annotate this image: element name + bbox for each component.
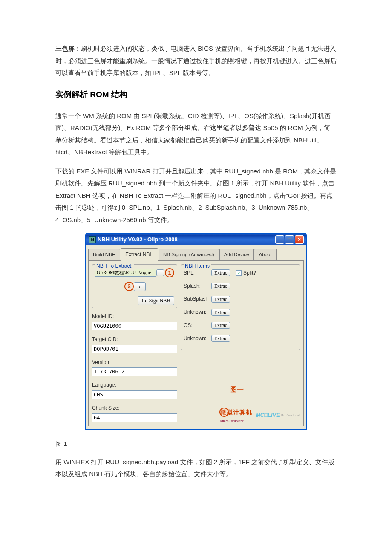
item-row-unknown2: Unknown: Extrac <box>184 334 297 344</box>
spl-extract-button[interactable]: Extrac <box>211 269 230 276</box>
paragraph-3: 用 WINHEX 打开 RUU_signed.nbh.payload 文件，如图… <box>55 456 337 480</box>
section-heading: 实例解析 ROM 结构 <box>55 87 337 102</box>
items-legend: NBH Items <box>184 261 211 271</box>
tabs: Build NBH Extract NBH NB Signing (Advanc… <box>88 248 304 260</box>
split-checkbox[interactable]: ✓ <box>236 270 242 276</box>
badge-1-icon: 1 <box>165 268 174 278</box>
chunk-size-input[interactable] <box>92 413 177 422</box>
tab-add-device[interactable]: Add Device <box>219 249 254 261</box>
unknown2-label: Unknown: <box>184 334 211 344</box>
item-row-unknown1: Unknown: Extrac <box>184 307 297 317</box>
splash-label: Splash: <box>184 281 211 291</box>
resign-button[interactable]: Re-Sign NBH <box>138 296 174 305</box>
intro-label: 三色屏： <box>55 45 81 52</box>
go-button[interactable]: o! <box>134 282 146 291</box>
paragraph-1: 通常一个 WM 系统的 ROM 由 SPL(装载系统、CID 检测等)、IPL、… <box>55 110 337 159</box>
close-button[interactable]: × <box>295 235 304 244</box>
figure-label-inline: 图一 <box>230 383 244 396</box>
figure-1-caption: 图 1 <box>55 438 337 450</box>
maximize-button[interactable]: □ <box>285 235 294 244</box>
nbh-items-group: NBH Items SPL: Extrac ✓ Split? Splash: E… <box>181 264 300 350</box>
os-extract-button[interactable]: Extrac <box>211 322 230 329</box>
model-id-label: Model ID: <box>92 312 177 321</box>
language-input[interactable] <box>92 390 177 399</box>
badge-3-icon: 3 <box>219 408 229 417</box>
splash-extract-button[interactable]: Extrac <box>211 283 230 289</box>
badge-2-icon: 2 <box>124 282 134 291</box>
intro-text: 刷机时必须进入的状态，类似于电脑进入 BIOS 设置界面。当手机系统出了问题且无… <box>55 45 337 76</box>
target-cid-label: Target CID: <box>92 335 177 344</box>
intro-paragraph: 三色屏：刷机时必须进入的状态，类似于电脑进入 BIOS 设置界面。当手机系统出了… <box>55 43 337 79</box>
item-row-splash: Splash: Extrac <box>184 281 297 291</box>
subsplash-label: SubSplash <box>184 294 211 304</box>
paragraph-2: 下载的 EXE 文件可以用 WINRAR 打开并且解压出来，其中 RUU_sig… <box>55 165 337 226</box>
window-buttons: _ □ × <box>275 235 304 244</box>
version-input[interactable] <box>92 367 177 376</box>
target-cid-input[interactable] <box>92 345 177 353</box>
tab-about[interactable]: About <box>254 249 276 261</box>
language-label: Language: <box>92 380 177 390</box>
watermark-live: MC□LIVE <box>256 410 280 421</box>
extract-legend: NBH To Extract: <box>95 261 134 271</box>
titlebar[interactable]: N NBH Utility V0.92 - Olipro 2008 _ □ × <box>86 234 306 245</box>
model-id-input[interactable] <box>92 322 177 330</box>
right-column: NBH Items SPL: Extrac ✓ Split? Splash: E… <box>177 264 300 423</box>
item-row-os: OS: Extrac <box>184 321 297 330</box>
item-row-subsplash: SubSplash Extrac <box>184 294 297 304</box>
left-column: NBH To Extract: [ 1 2o! Re-Sign NBH Mode… <box>92 264 177 423</box>
unknown2-extract-button[interactable]: Extrac <box>211 335 230 342</box>
go-row: 2o! <box>95 282 174 292</box>
subsplash-extract-button[interactable]: Extrac <box>211 296 230 303</box>
version-label: Version: <box>92 358 177 367</box>
tab-nb-signing[interactable]: NB Signing (Advanced) <box>159 249 219 261</box>
nbh-utility-window: N NBH Utility V0.92 - Olipro 2008 _ □ × … <box>85 233 307 430</box>
tab-extract-nbh[interactable]: Extract NBH <box>121 248 158 261</box>
minimize-button[interactable]: _ <box>275 235 284 244</box>
os-label: OS: <box>184 321 211 330</box>
app-icon: N <box>89 236 96 243</box>
split-label: Split? <box>243 268 256 278</box>
window-title: NBH Utility V0.92 - Olipro 2008 <box>98 234 275 245</box>
browse-button[interactable]: [ <box>156 269 164 276</box>
unknown1-label: Unknown: <box>184 307 211 317</box>
resign-row: Re-Sign NBH <box>95 296 174 306</box>
nbh-to-extract-group: NBH To Extract: [ 1 2o! Re-Sign NBH <box>92 264 177 309</box>
tab-body: NBH To Extract: [ 1 2o! Re-Sign NBH Mode… <box>88 260 304 427</box>
unknown1-extract-button[interactable]: Extrac <box>211 309 230 316</box>
watermark-prof: Professional <box>281 412 300 419</box>
tab-build-nbh[interactable]: Build NBH <box>88 249 120 261</box>
watermark-en: MicroComputer <box>220 418 252 424</box>
chunk-size-label: Chunk Size: <box>92 403 177 413</box>
footer-watermark: 3 微型计算机 MicroComputer MC□LIVE Profession… <box>210 407 300 425</box>
